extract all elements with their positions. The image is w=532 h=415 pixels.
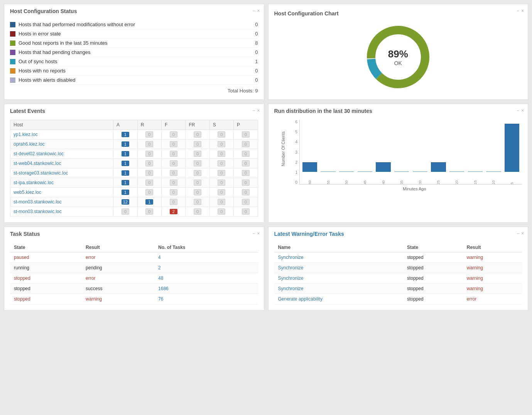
latest-warning-title: Latest Warning/Error Tasks	[274, 231, 522, 239]
badge: 0	[194, 160, 201, 166]
event-host-6[interactable]: web5.kiez.loc	[10, 188, 113, 197]
event-fr-3: 0	[186, 159, 209, 168]
bar-tick-1: 55	[326, 173, 330, 184]
latest-events-close[interactable]: ×	[257, 108, 260, 113]
latest-events-minimize[interactable]: −	[252, 108, 255, 113]
badge: 0	[218, 160, 225, 166]
host-config-status-close[interactable]: ×	[257, 8, 260, 13]
color-indicator-3	[10, 50, 15, 55]
bar-9	[468, 171, 483, 172]
latest-warning-panel: Latest Warning/Error Tasks − × Name Stat…	[268, 227, 529, 311]
warning-name-0[interactable]: Synchronize	[274, 252, 403, 263]
host-link-2[interactable]: st-devel02.stankowic.loc	[14, 151, 64, 156]
warning-name-link-0[interactable]: Synchronize	[278, 255, 304, 260]
bar-tick-3: 45	[363, 173, 367, 184]
host-status-label-2: Good host reports in the last 35 minutes	[19, 40, 108, 46]
warning-name-link-2[interactable]: Synchronize	[278, 276, 304, 281]
bar-wrapper-7: 25	[429, 120, 448, 184]
total-hosts: Total Hosts: 9	[10, 88, 258, 94]
host-config-chart-close[interactable]: ×	[521, 8, 524, 13]
bar-tick-9: 15	[473, 173, 477, 184]
event-s-4: 0	[209, 168, 233, 178]
bar-5	[394, 171, 409, 172]
color-indicator-5	[10, 68, 15, 74]
bar-tick-4: 40	[382, 173, 385, 184]
warning-result-4: error	[463, 294, 522, 304]
bar-wrapper-0: 60	[301, 120, 319, 184]
host-link-8[interactable]: st-mon03.stankowic.loc	[14, 209, 62, 214]
badge: 0	[194, 131, 201, 138]
event-host-3[interactable]: st-web04.stankowic.loc	[10, 159, 113, 168]
y-axis-label: Number Of Clients	[280, 149, 285, 166]
warning-name-link-1[interactable]: Synchronize	[278, 265, 304, 271]
latest-warning-close[interactable]: ×	[521, 231, 524, 236]
run-distribution-close[interactable]: ×	[521, 108, 524, 113]
bar-tick-2: 50	[345, 173, 348, 184]
bar-wrapper-2: 50	[337, 120, 356, 184]
host-status-row-6: Hosts with alerts disabled 0	[10, 76, 258, 85]
host-link-3[interactable]: st-web04.stankowic.loc	[14, 161, 61, 166]
warning-name-2[interactable]: Synchronize	[274, 273, 403, 284]
event-host-4[interactable]: st-storage03.stankowic.loc	[10, 168, 113, 178]
warning-row-0: Synchronize stopped warning	[274, 252, 522, 263]
bar-tick-8: 20	[455, 173, 459, 184]
warning-name-3[interactable]: Synchronize	[274, 284, 403, 294]
event-host-1[interactable]: oprah6.kiez.loc	[10, 139, 113, 149]
task-count-3[interactable]: 1686	[154, 284, 258, 294]
event-host-7[interactable]: st-mon03.stankowic.loc	[10, 197, 113, 207]
warning-name-link-3[interactable]: Synchronize	[278, 286, 304, 291]
bar-wrapper-10: 10	[485, 120, 503, 184]
donut-center: 89% OK	[388, 48, 408, 66]
host-link-0[interactable]: yp1.kiez.loc	[14, 132, 38, 137]
badge: 1	[122, 161, 129, 166]
task-count-link-1[interactable]: 2	[158, 265, 161, 271]
latest-warning-minimize[interactable]: −	[517, 231, 519, 236]
warning-name-4[interactable]: Generate applicability	[274, 294, 403, 304]
task-count-0[interactable]: 4	[154, 252, 258, 263]
host-status-left-1: Hosts in error state	[10, 31, 61, 37]
event-host-2[interactable]: st-devel02.stankowic.loc	[10, 149, 113, 159]
event-f-7: 0	[162, 197, 186, 207]
host-config-status-minimize[interactable]: −	[252, 8, 255, 13]
host-status-row-4: Out of sync hosts 1	[10, 57, 258, 66]
task-count-1[interactable]: 2	[154, 263, 258, 273]
task-result-3: success	[82, 284, 154, 294]
task-count-link-3[interactable]: 1686	[158, 286, 169, 291]
badge: 0	[242, 170, 250, 176]
event-host-8[interactable]: st-mon03.stankowic.loc	[10, 207, 113, 217]
event-host-0[interactable]: yp1.kiez.loc	[10, 130, 113, 139]
task-count-4[interactable]: 76	[154, 294, 258, 304]
badge: 2	[170, 209, 177, 214]
event-row-3: st-web04.stankowic.loc 1 0 0 0 0 0	[10, 159, 258, 168]
event-row-6: web5.kiez.loc 1 0 0 0 0 0	[10, 188, 258, 197]
host-link-5[interactable]: st-ipa.stankowic.loc	[14, 180, 54, 185]
task-count-link-2[interactable]: 48	[158, 276, 163, 281]
warning-name-1[interactable]: Synchronize	[274, 263, 403, 273]
task-count-link-0[interactable]: 4	[158, 255, 161, 260]
task-count-link-4[interactable]: 76	[158, 296, 163, 302]
host-config-chart-minimize[interactable]: −	[517, 8, 519, 13]
event-host-5[interactable]: st-ipa.stankowic.loc	[10, 178, 113, 188]
host-link-7[interactable]: st-mon03.stankowic.loc	[14, 199, 62, 205]
host-link-1[interactable]: oprah6.kiez.loc	[14, 141, 45, 147]
host-link-4[interactable]: st-storage03.stankowic.loc	[14, 170, 68, 176]
event-r-7: 1	[137, 197, 161, 207]
warning-state-1: stopped	[403, 263, 463, 273]
badge: 0	[194, 141, 201, 147]
col-r: R	[137, 120, 161, 130]
event-p-4: 0	[234, 168, 258, 178]
col-p: P	[234, 120, 258, 130]
task-status-minimize[interactable]: −	[252, 231, 255, 236]
run-distribution-minimize[interactable]: −	[517, 108, 519, 113]
event-p-2: 0	[234, 149, 258, 159]
event-f-1: 0	[162, 139, 186, 149]
badge: 0	[170, 160, 177, 166]
badge: 0	[170, 189, 177, 195]
task-count-2[interactable]: 48	[154, 273, 258, 284]
event-r-3: 0	[137, 159, 161, 168]
warning-name-link-4[interactable]: Generate applicability	[278, 296, 323, 302]
event-fr-6: 0	[186, 188, 209, 197]
task-status-close[interactable]: ×	[257, 231, 260, 236]
host-link-6[interactable]: web5.kiez.loc	[14, 190, 41, 195]
event-s-0: 0	[209, 130, 233, 139]
